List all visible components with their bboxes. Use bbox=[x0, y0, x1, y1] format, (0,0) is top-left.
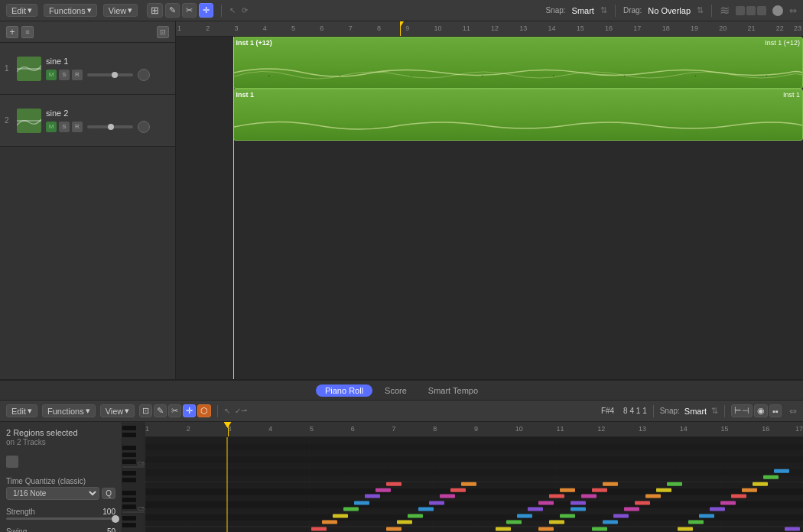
cursor-icon: ↖ bbox=[229, 6, 236, 15]
svg-rect-189 bbox=[667, 482, 682, 486]
grid-view-button[interactable]: ⊞ bbox=[147, 3, 163, 18]
chevron-icon: ▾ bbox=[28, 406, 32, 416]
svg-rect-93 bbox=[322, 520, 337, 524]
ruler-mark: 10 bbox=[432, 24, 441, 32]
svg-rect-182 bbox=[603, 482, 618, 486]
add-track-button[interactable]: + bbox=[6, 26, 18, 38]
track-options-button[interactable]: ≡ bbox=[21, 26, 34, 38]
pr-pointer-button[interactable]: ✛ bbox=[183, 404, 196, 417]
separator bbox=[221, 5, 222, 17]
separator2 bbox=[615, 5, 616, 17]
svg-rect-75 bbox=[145, 501, 803, 508]
svg-rect-18 bbox=[122, 446, 136, 450]
pr-roll[interactable]: 1 2 3 4 5 6 7 8 9 10 11 12 13 14 15 16 1… bbox=[145, 422, 803, 532]
record-button[interactable]: R bbox=[72, 122, 83, 132]
separator bbox=[217, 405, 218, 417]
pr-scissors-button[interactable]: ✂ bbox=[168, 404, 181, 417]
svg-rect-201 bbox=[720, 501, 736, 505]
pr-level-button[interactable]: ▪▪ bbox=[769, 404, 782, 417]
pointer-tool-button[interactable]: ✛ bbox=[199, 3, 213, 18]
svg-rect-21 bbox=[122, 471, 136, 475]
pr-tq-apply-button[interactable]: Q bbox=[102, 488, 115, 499]
waveform-icon: ≋ bbox=[720, 3, 730, 18]
svg-rect-197 bbox=[678, 527, 693, 530]
pr-transport-button[interactable]: ⊢⊣ bbox=[731, 404, 753, 417]
pr-left-panel: 2 Regions selected on 2 Tracks Time Quan… bbox=[0, 422, 122, 532]
pr-mute-button[interactable]: ◉ bbox=[754, 404, 768, 417]
svg-rect-1 bbox=[17, 109, 41, 133]
track-thumbnail bbox=[17, 57, 41, 81]
pr-snap-label: Snap: bbox=[660, 407, 680, 415]
pr-strength-thumb[interactable] bbox=[112, 515, 119, 523]
track-size-button[interactable]: ⊡ bbox=[157, 26, 169, 38]
svg-rect-143 bbox=[461, 482, 476, 486]
pr-link-button[interactable]: ⬡ bbox=[197, 404, 211, 417]
pr-ruler-mark: 2 bbox=[187, 425, 190, 433]
mute-button[interactable]: M bbox=[46, 70, 57, 80]
ruler-mark: 17 bbox=[632, 24, 641, 32]
pr-on-tracks: on 2 Tracks bbox=[6, 438, 115, 446]
pr-ruler-mark: 7 bbox=[392, 425, 396, 433]
svg-rect-162 bbox=[549, 520, 564, 524]
snap-label: Snap: bbox=[545, 6, 565, 15]
pr-view-button[interactable]: View ▾ bbox=[100, 404, 135, 417]
track-region[interactable]: Inst 1 Inst 1 bbox=[233, 89, 803, 141]
pr-pencil-button[interactable]: ✎ bbox=[154, 404, 167, 417]
pr-notes-area[interactable] bbox=[145, 437, 803, 532]
region-label-right: Inst 1 bbox=[783, 91, 800, 99]
volume-knob[interactable] bbox=[772, 5, 783, 16]
pr-functions-button[interactable]: Functions ▾ bbox=[42, 404, 96, 417]
svg-rect-203 bbox=[742, 488, 757, 492]
edit-label: Edit bbox=[11, 6, 26, 15]
track-playhead bbox=[233, 37, 234, 379]
pr-ruler-mark: 15 bbox=[721, 425, 729, 433]
timeline-area: 1 2 3 4 5 6 7 8 9 10 11 12 13 14 15 16 1… bbox=[176, 21, 803, 379]
pr-ruler-mark: 16 bbox=[762, 425, 769, 433]
piano-roll-main: 2 Regions selected on 2 Tracks Time Quan… bbox=[0, 422, 803, 532]
svg-rect-151 bbox=[549, 495, 564, 498]
pr-size-button[interactable]: ⊡ bbox=[139, 404, 152, 417]
pr-tq-select[interactable]: 1/16 Note bbox=[6, 487, 99, 500]
ruler-mark: 3 bbox=[233, 24, 239, 32]
region-label: Inst 1 bbox=[236, 91, 255, 99]
pan-knob[interactable] bbox=[138, 69, 150, 81]
pr-ruler-mark: 10 bbox=[515, 425, 523, 433]
pr-ruler-mark: 11 bbox=[557, 425, 564, 433]
svg-rect-141 bbox=[440, 495, 455, 498]
separator3 bbox=[711, 5, 712, 17]
track-region[interactable]: Inst 1 (+12) Inst 1 (+12) • • • • • • • … bbox=[233, 37, 803, 89]
pan-knob[interactable] bbox=[138, 121, 150, 133]
ruler-mark: 1 bbox=[176, 24, 181, 32]
pr-content-icon[interactable] bbox=[6, 456, 18, 468]
pr-tool-group: ⊡ ✎ ✂ ✛ ⬡ bbox=[139, 404, 211, 417]
tracks-content[interactable]: Inst 1 (+12) Inst 1 (+12) • • • • • • • … bbox=[176, 37, 803, 379]
svg-rect-148 bbox=[517, 514, 532, 517]
scissors-tool-button[interactable]: ✂ bbox=[182, 3, 197, 18]
edit-menu-button[interactable]: Edit ▾ bbox=[6, 4, 37, 17]
solo-button[interactable]: S bbox=[59, 122, 70, 132]
volume-slider[interactable] bbox=[87, 125, 133, 128]
svg-rect-186 bbox=[635, 501, 650, 505]
svg-rect-180 bbox=[581, 495, 597, 498]
svg-rect-217 bbox=[785, 527, 800, 530]
pencil-tool-button[interactable]: ✎ bbox=[165, 3, 180, 18]
svg-rect-150 bbox=[538, 501, 554, 505]
view-menu-button[interactable]: View ▾ bbox=[103, 4, 138, 17]
pr-strength-slider[interactable] bbox=[6, 517, 115, 520]
svg-rect-184 bbox=[613, 514, 629, 517]
solo-button[interactable]: S bbox=[59, 70, 70, 80]
svg-rect-161 bbox=[538, 527, 554, 530]
volume-slider[interactable] bbox=[87, 73, 133, 76]
pr-edit-button[interactable]: Edit ▾ bbox=[6, 404, 37, 417]
record-button[interactable]: R bbox=[72, 70, 83, 80]
svg-rect-205 bbox=[763, 475, 779, 479]
tab-smart-tempo[interactable]: Smart Tempo bbox=[419, 384, 487, 397]
pr-loop-icon: ✓⇀ bbox=[235, 407, 247, 415]
mute-button[interactable]: M bbox=[46, 122, 57, 132]
ruler-mark: 23 bbox=[794, 24, 803, 32]
tab-score[interactable]: Score bbox=[375, 384, 416, 397]
functions-menu-button[interactable]: Functions ▾ bbox=[44, 4, 97, 17]
ruler-mark: 6 bbox=[318, 24, 323, 32]
tab-piano-roll[interactable]: Piano Roll bbox=[316, 384, 372, 397]
ruler-mark: 16 bbox=[603, 24, 613, 32]
